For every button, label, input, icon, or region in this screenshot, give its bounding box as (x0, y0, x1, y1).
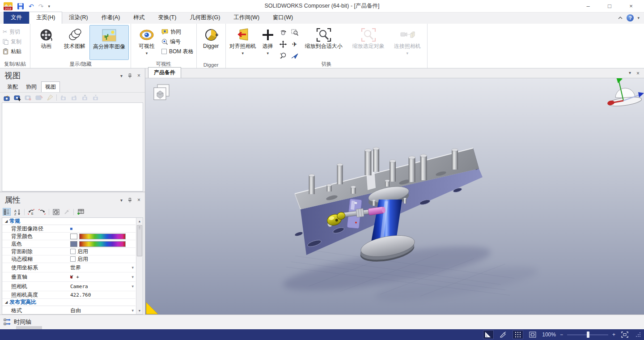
viewport-3d[interactable] (145, 78, 644, 314)
help-caret-icon[interactable]: ▾ (637, 16, 640, 20)
section-general[interactable]: ◢ 常规 (2, 218, 136, 225)
alphabetical-sort-icon[interactable]: A Z (13, 208, 21, 216)
timeline-tab[interactable]: 时间轴 (14, 318, 31, 326)
doc-close-icon[interactable]: × (636, 70, 640, 76)
select-caret-icon[interactable]: ▾ (267, 51, 269, 55)
restore-defaults-icon[interactable] (52, 208, 60, 216)
fit-view-button[interactable] (527, 330, 538, 339)
scroll-up-icon[interactable]: ▲ (136, 218, 143, 225)
property-row-bottom-color[interactable]: 底色 (2, 240, 136, 248)
tab-file[interactable]: 文件 (4, 12, 29, 24)
chevron-down-icon[interactable]: ▾ (131, 308, 134, 313)
panel-close-icon[interactable]: × (137, 197, 140, 203)
pin-icon[interactable] (128, 198, 132, 203)
visibility-caret-icon[interactable]: ▾ (146, 51, 148, 55)
checkbox-icon[interactable] (70, 249, 76, 254)
tab-render[interactable]: 渲染(R) (62, 12, 94, 24)
property-row-bg-color[interactable]: 背景颜色 (2, 233, 136, 240)
views-tab-collaboration[interactable]: 协同 (22, 82, 40, 92)
select-button[interactable]: 选择 ▾ (258, 25, 278, 60)
views-tab-views[interactable]: 视图 (41, 81, 60, 92)
pan-icon[interactable] (278, 39, 288, 49)
qat-customize-icon[interactable]: ▾ (48, 4, 50, 8)
scroll-down-icon[interactable]: ▼ (136, 307, 143, 314)
collaboration-button[interactable]: 协同 (161, 28, 194, 36)
zoom-to-fit-button[interactable]: 缩放到合适大小 (300, 25, 347, 60)
panel-menu-icon[interactable]: ▾ (120, 73, 123, 78)
checkbox-icon[interactable] (161, 49, 167, 54)
checkbox-icon[interactable] (70, 256, 76, 262)
create-view-icon[interactable] (3, 94, 11, 102)
zoom-area-icon[interactable] (289, 28, 300, 38)
panel-close-icon[interactable]: × (137, 72, 140, 79)
title-bar: 2018 ↶ ↷ ▾ SOLIDWORKS Composer (64-bit) … (0, 0, 644, 13)
tab-transform[interactable]: 变换(T) (151, 12, 183, 24)
add-custom-property-icon[interactable] (76, 208, 85, 216)
categorized-view-icon[interactable] (3, 208, 11, 216)
align-camera-caret-icon[interactable]: ▾ (242, 51, 244, 55)
property-row-camera-height[interactable]: 照相机高度 422.760 (2, 291, 136, 299)
save-button[interactable] (17, 3, 24, 10)
bom-table-checkbox[interactable]: BOM 表格 (161, 47, 194, 55)
paste-button[interactable]: 粘贴 (3, 47, 21, 55)
tab-window[interactable]: 窗口(W) (266, 12, 300, 24)
property-row-camera[interactable]: 照相机 Camera ▾ (2, 282, 136, 291)
section-publish-aspect[interactable]: ◢ 发布宽高比 (2, 299, 136, 306)
color-swatch[interactable] (70, 241, 77, 247)
digger-button[interactable]: Digger (199, 25, 224, 60)
panel-menu-icon[interactable]: ▾ (120, 198, 123, 203)
walk-mode-icon[interactable] (289, 51, 300, 61)
tab-style[interactable]: 样式 (127, 12, 151, 24)
zoom-slider-thumb[interactable] (587, 332, 589, 338)
resize-grip[interactable] (634, 332, 640, 337)
fly-mode-icon[interactable]: ✈ (289, 39, 300, 49)
document-tab[interactable]: 产品备件 (148, 67, 181, 78)
doc-list-caret-icon[interactable]: ▾ (629, 70, 631, 76)
technical-illustration-button[interactable]: 技术图解 (60, 25, 89, 60)
visibility-button[interactable]: 可视性 ▾ (133, 25, 161, 60)
views-list[interactable] (2, 102, 143, 191)
zoom-out-button[interactable]: − (560, 332, 563, 338)
zoom-icon[interactable]: +− (278, 51, 288, 61)
close-button[interactable]: × (628, 3, 634, 9)
property-row-format[interactable]: 格式 自由 ▾ (2, 306, 136, 314)
tab-home[interactable]: 主页(H) (29, 12, 62, 24)
property-row-coord-system[interactable]: 使用坐标系 世界 ▾ (2, 263, 136, 272)
property-row-vertical-axis[interactable]: 垂直轴 Y + ▾ (2, 272, 136, 282)
zoom-slider[interactable] (567, 330, 608, 339)
pin-icon[interactable] (128, 73, 132, 78)
copy-style-icon[interactable]: E (27, 208, 35, 216)
property-row-bg-image-path[interactable]: 背景图像路径 (2, 225, 136, 233)
high-res-image-button[interactable]: 高分辨率图像 (89, 25, 129, 60)
chevron-down-icon[interactable]: ▾ (131, 275, 134, 279)
numbering-button[interactable]: 编号 (161, 38, 194, 46)
chevron-down-icon[interactable]: ▾ (131, 265, 134, 270)
update-view-icon[interactable] (13, 94, 21, 102)
properties-scrollbar[interactable]: ▲ ▼ (136, 218, 143, 314)
maximize-button[interactable]: □ (606, 3, 613, 9)
paste-style-icon[interactable] (38, 208, 46, 216)
measure-tool-button[interactable] (483, 330, 494, 339)
zoom-in-button[interactable]: + (612, 332, 615, 338)
color-spectrum-bar[interactable] (79, 234, 126, 239)
chevron-down-icon[interactable]: ▾ (131, 284, 134, 289)
color-spectrum-bar[interactable] (79, 241, 126, 247)
tab-author[interactable]: 作者(A) (95, 12, 127, 24)
property-row-motion-blur[interactable]: 动态模糊 启用 (2, 255, 136, 263)
collapse-ribbon-icon[interactable] (618, 16, 623, 20)
orbit-icon[interactable] (278, 28, 288, 38)
fullscreen-button[interactable] (619, 330, 630, 339)
views-tab-assembly[interactable]: 装配 (4, 82, 21, 92)
tab-geometry[interactable]: 几何图形(G) (183, 12, 227, 24)
tab-workshop[interactable]: 工作间(W) (227, 12, 266, 24)
align-camera-button[interactable]: 对齐照相机 ▾ (228, 25, 258, 60)
grid-toggle-button[interactable] (513, 330, 523, 339)
animation-button[interactable]: 动画 (32, 25, 60, 60)
property-row-backface-culling[interactable]: 背面剔除 启用 (2, 248, 136, 255)
scroll-thumb[interactable] (137, 225, 142, 256)
redline-tool-button[interactable] (498, 330, 508, 339)
color-swatch[interactable] (70, 234, 77, 239)
help-icon[interactable]: ? (627, 14, 634, 21)
minimize-button[interactable]: – (585, 3, 591, 9)
undo-icon[interactable]: ↶ (29, 3, 34, 9)
